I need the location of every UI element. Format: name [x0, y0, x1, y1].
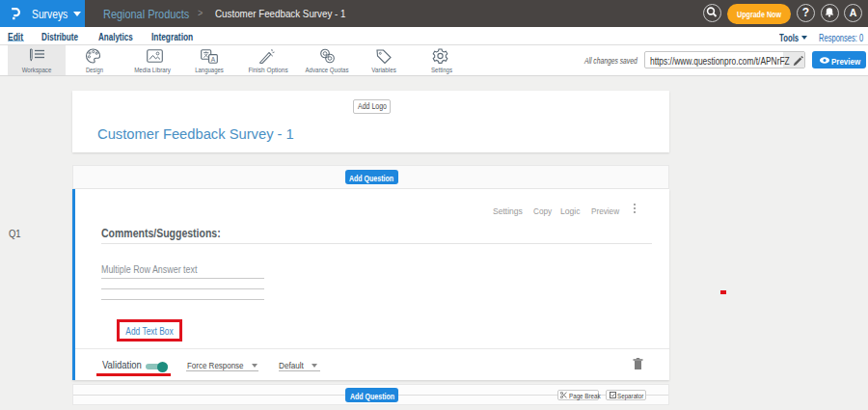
svg-text:A: A [211, 56, 216, 63]
